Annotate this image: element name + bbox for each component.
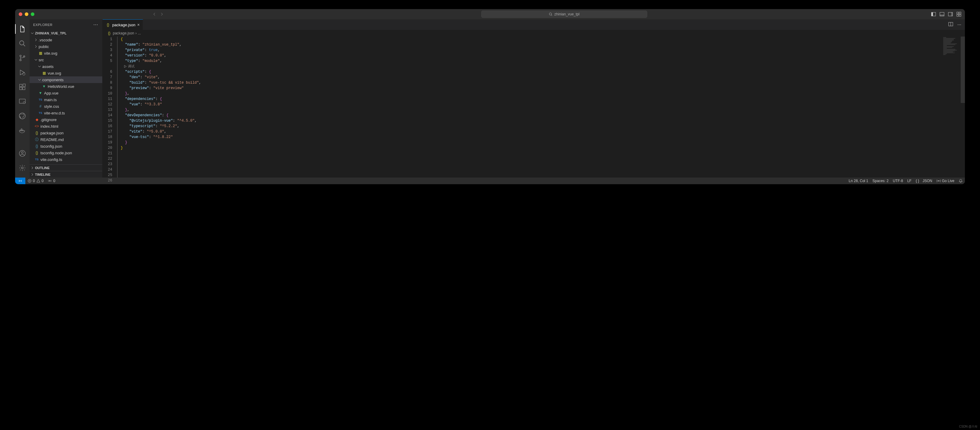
run-debug-activity[interactable] (15, 65, 30, 80)
timeline-section[interactable]: TIMELINE (30, 171, 102, 177)
chevron-right-icon (31, 166, 34, 169)
command-center[interactable]: zhinian_vue_tpl (481, 11, 647, 18)
code-line-19[interactable]: } (121, 140, 965, 145)
toggle-secondary-sidebar-icon[interactable] (948, 12, 953, 17)
folder-public[interactable]: public (30, 43, 102, 50)
debug-codelens[interactable]: 调试 (121, 64, 965, 69)
svg-point-21 (23, 102, 25, 104)
svg-icon: ▦ (41, 71, 46, 75)
extensions-activity[interactable] (15, 80, 30, 94)
code-line-15[interactable]: "@vitejs/plugin-vue": "^4.5.0", (121, 118, 965, 123)
code-line-21[interactable] (121, 151, 965, 156)
tab-package-json[interactable]: {} package.json × (103, 19, 143, 30)
breadcrumb[interactable]: {} package.json › ... (103, 30, 965, 37)
file-vite-svg[interactable]: ▦vite.svg (30, 50, 102, 56)
code-line-2[interactable]: "name": "zhinian_vue_tpl", (121, 42, 965, 47)
remote-indicator[interactable] (15, 177, 25, 184)
code-line-3[interactable]: "private": true, (121, 47, 965, 53)
explorer-activity[interactable] (15, 22, 30, 36)
html-icon: <> (34, 124, 39, 128)
folder-components[interactable]: components (30, 77, 102, 83)
code-line-4[interactable]: "version": "0.0.0", (121, 53, 965, 58)
file-vite-config-ts[interactable]: TSvite.config.ts (30, 156, 102, 163)
code-line-14[interactable]: "devDependencies": { (121, 113, 965, 118)
code-line-25[interactable] (121, 173, 965, 178)
editor-body[interactable]: 12345 6789101112131415161718192021222324… (103, 37, 965, 177)
accounts-activity[interactable] (15, 146, 30, 161)
file--gitignore[interactable]: ◆.gitignore (30, 116, 102, 123)
code-line-10[interactable]: }, (121, 91, 965, 96)
close-icon[interactable]: × (137, 22, 140, 27)
code-line-17[interactable]: "vite": "^5.0.0", (121, 129, 965, 134)
file-main-ts[interactable]: TSmain.ts (30, 96, 102, 103)
code-line-24[interactable] (121, 167, 965, 173)
close-window-button[interactable] (19, 13, 22, 16)
toggle-panel-icon[interactable] (940, 12, 944, 17)
md-icon: ⓘ (34, 137, 39, 142)
code-line-9[interactable]: "preview": "vite preview" (121, 85, 965, 91)
code-line-26[interactable] (121, 178, 965, 183)
split-editor-icon[interactable] (948, 22, 953, 27)
ts-icon: TS (38, 112, 43, 114)
folder-src[interactable]: src (30, 56, 102, 63)
json-icon: {} (106, 22, 110, 27)
scroll-thumb[interactable] (961, 37, 965, 103)
code-line-13[interactable]: }, (121, 107, 965, 113)
svg-point-12 (20, 55, 21, 57)
docker-activity[interactable] (15, 123, 30, 138)
code-line-22[interactable] (121, 156, 965, 161)
file-vue-svg[interactable]: ▦vue.svg (30, 70, 102, 77)
github-activity[interactable] (15, 109, 30, 123)
editor-tabs: {} package.json × ⋯ (103, 19, 965, 30)
file-tsconfig-json[interactable]: {}tsconfig.json (30, 143, 102, 149)
file-vite-env-d-ts[interactable]: TSvite-env.d.ts (30, 110, 102, 116)
vertical-scrollbar[interactable] (961, 37, 965, 177)
nav-forward-button[interactable] (159, 11, 165, 17)
file-App-vue[interactable]: ▼App.vue (30, 90, 102, 96)
toggle-primary-sidebar-icon[interactable] (931, 12, 936, 17)
play-bug-icon (19, 69, 26, 76)
customize-layout-icon[interactable] (956, 12, 961, 17)
maximize-window-button[interactable] (31, 13, 34, 16)
tab-label: package.json (112, 22, 135, 27)
problems-status[interactable]: 0 0 (25, 177, 46, 184)
nav-back-button[interactable] (151, 11, 158, 17)
code-line-20[interactable]: } (121, 145, 965, 151)
code-line-11[interactable]: "dependencies": { (121, 96, 965, 102)
outline-section[interactable]: OUTLINE (30, 164, 102, 171)
code-line-16[interactable]: "typescript": "^5.2.2", (121, 123, 965, 129)
code-content[interactable]: { "name": "zhinian_vue_tpl", "private": … (117, 37, 965, 177)
file-package-json[interactable]: {}package.json (30, 129, 102, 136)
gear-icon (19, 164, 26, 171)
folder--vscode[interactable]: .vscode (30, 37, 102, 43)
ports-status[interactable]: 0 (46, 177, 57, 184)
project-root[interactable]: ZHINIAN_VUE_TPL (30, 30, 102, 37)
svg-rect-4 (940, 14, 944, 16)
file-index-html[interactable]: <>index.html (30, 123, 102, 129)
code-line-12[interactable]: "vue": "^3.3.8" (121, 102, 965, 107)
code-line-8[interactable]: "build": "vue-tsc && vite build", (121, 80, 965, 85)
svg-rect-2 (931, 13, 933, 16)
file-style-css[interactable]: #style.css (30, 103, 102, 110)
file-README-md[interactable]: ⓘREADME.md (30, 136, 102, 143)
minimap[interactable] (943, 37, 961, 55)
minimize-window-button[interactable] (25, 13, 29, 16)
folder-assets[interactable]: assets (30, 63, 102, 70)
more-actions-icon[interactable]: ⋯ (958, 22, 961, 27)
svg-rect-18 (22, 87, 25, 90)
css-icon: # (38, 104, 43, 109)
code-line-5[interactable]: "type": "module", (121, 58, 965, 64)
code-line-6[interactable]: "scripts": { (121, 69, 965, 75)
search-activity[interactable] (15, 36, 30, 51)
settings-activity[interactable] (15, 161, 30, 175)
code-line-18[interactable]: "vue-tsc": "^1.8.22" (121, 134, 965, 140)
sidebar-more-icon[interactable]: ⋯ (93, 22, 99, 27)
svg-rect-10 (959, 14, 961, 16)
code-line-7[interactable]: "dev": "vite", (121, 75, 965, 80)
file-HelloWorld-vue[interactable]: ▼HelloWorld.vue (30, 83, 102, 90)
code-line-1[interactable]: { (121, 37, 965, 42)
file-tsconfig-node-json[interactable]: {}tsconfig.node.json (30, 149, 102, 156)
remote-explorer-activity[interactable] (15, 94, 30, 109)
code-line-23[interactable] (121, 161, 965, 167)
source-control-activity[interactable] (15, 51, 30, 65)
